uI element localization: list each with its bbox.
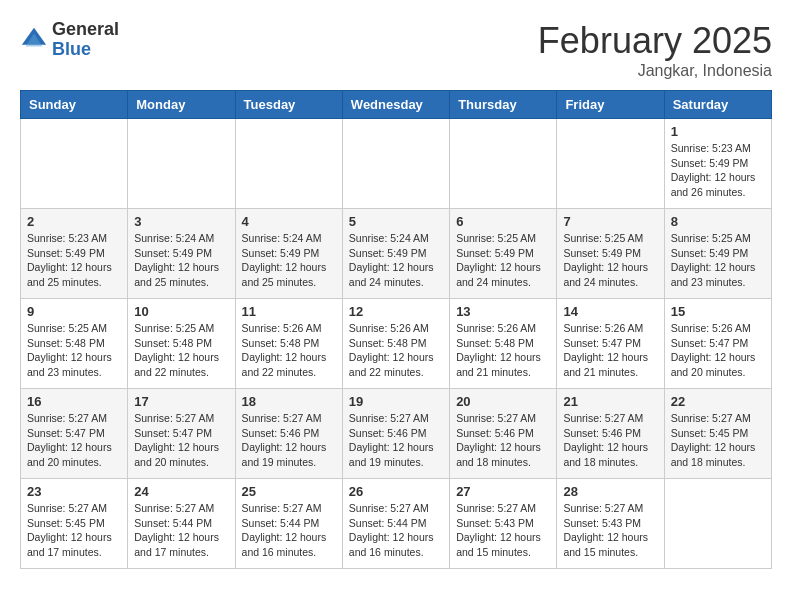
day-info: Sunrise: 5:27 AM Sunset: 5:46 PM Dayligh…	[563, 411, 657, 470]
calendar-cell	[664, 479, 771, 569]
calendar-cell	[128, 119, 235, 209]
day-info: Sunrise: 5:25 AM Sunset: 5:49 PM Dayligh…	[563, 231, 657, 290]
calendar-week-2: 2Sunrise: 5:23 AM Sunset: 5:49 PM Daylig…	[21, 209, 772, 299]
day-number: 24	[134, 484, 228, 499]
day-number: 28	[563, 484, 657, 499]
day-info: Sunrise: 5:24 AM Sunset: 5:49 PM Dayligh…	[242, 231, 336, 290]
calendar-cell: 4Sunrise: 5:24 AM Sunset: 5:49 PM Daylig…	[235, 209, 342, 299]
day-number: 11	[242, 304, 336, 319]
calendar-week-4: 16Sunrise: 5:27 AM Sunset: 5:47 PM Dayli…	[21, 389, 772, 479]
day-number: 17	[134, 394, 228, 409]
day-number: 23	[27, 484, 121, 499]
calendar-cell: 8Sunrise: 5:25 AM Sunset: 5:49 PM Daylig…	[664, 209, 771, 299]
day-info: Sunrise: 5:26 AM Sunset: 5:47 PM Dayligh…	[671, 321, 765, 380]
calendar-cell: 26Sunrise: 5:27 AM Sunset: 5:44 PM Dayli…	[342, 479, 449, 569]
day-info: Sunrise: 5:24 AM Sunset: 5:49 PM Dayligh…	[349, 231, 443, 290]
logo: General Blue	[20, 20, 119, 60]
day-number: 10	[134, 304, 228, 319]
calendar-cell: 10Sunrise: 5:25 AM Sunset: 5:48 PM Dayli…	[128, 299, 235, 389]
day-number: 25	[242, 484, 336, 499]
calendar-cell: 3Sunrise: 5:24 AM Sunset: 5:49 PM Daylig…	[128, 209, 235, 299]
day-number: 19	[349, 394, 443, 409]
calendar-cell: 15Sunrise: 5:26 AM Sunset: 5:47 PM Dayli…	[664, 299, 771, 389]
calendar-cell: 19Sunrise: 5:27 AM Sunset: 5:46 PM Dayli…	[342, 389, 449, 479]
day-info: Sunrise: 5:27 AM Sunset: 5:47 PM Dayligh…	[27, 411, 121, 470]
day-number: 6	[456, 214, 550, 229]
calendar-cell: 2Sunrise: 5:23 AM Sunset: 5:49 PM Daylig…	[21, 209, 128, 299]
calendar-cell: 1Sunrise: 5:23 AM Sunset: 5:49 PM Daylig…	[664, 119, 771, 209]
calendar-cell: 5Sunrise: 5:24 AM Sunset: 5:49 PM Daylig…	[342, 209, 449, 299]
day-number: 22	[671, 394, 765, 409]
logo-general: General	[52, 19, 119, 39]
day-number: 27	[456, 484, 550, 499]
calendar-cell: 22Sunrise: 5:27 AM Sunset: 5:45 PM Dayli…	[664, 389, 771, 479]
day-info: Sunrise: 5:27 AM Sunset: 5:44 PM Dayligh…	[349, 501, 443, 560]
day-info: Sunrise: 5:27 AM Sunset: 5:43 PM Dayligh…	[456, 501, 550, 560]
calendar-cell: 18Sunrise: 5:27 AM Sunset: 5:46 PM Dayli…	[235, 389, 342, 479]
day-info: Sunrise: 5:27 AM Sunset: 5:46 PM Dayligh…	[349, 411, 443, 470]
calendar-cell	[21, 119, 128, 209]
calendar-cell: 14Sunrise: 5:26 AM Sunset: 5:47 PM Dayli…	[557, 299, 664, 389]
day-info: Sunrise: 5:27 AM Sunset: 5:46 PM Dayligh…	[456, 411, 550, 470]
day-header-monday: Monday	[128, 91, 235, 119]
day-number: 16	[27, 394, 121, 409]
day-info: Sunrise: 5:25 AM Sunset: 5:49 PM Dayligh…	[671, 231, 765, 290]
calendar-week-5: 23Sunrise: 5:27 AM Sunset: 5:45 PM Dayli…	[21, 479, 772, 569]
day-info: Sunrise: 5:27 AM Sunset: 5:44 PM Dayligh…	[134, 501, 228, 560]
day-info: Sunrise: 5:27 AM Sunset: 5:43 PM Dayligh…	[563, 501, 657, 560]
day-header-sunday: Sunday	[21, 91, 128, 119]
location-subtitle: Jangkar, Indonesia	[538, 62, 772, 80]
calendar-cell: 25Sunrise: 5:27 AM Sunset: 5:44 PM Dayli…	[235, 479, 342, 569]
day-number: 26	[349, 484, 443, 499]
calendar-cell: 27Sunrise: 5:27 AM Sunset: 5:43 PM Dayli…	[450, 479, 557, 569]
day-info: Sunrise: 5:27 AM Sunset: 5:45 PM Dayligh…	[27, 501, 121, 560]
calendar-cell	[342, 119, 449, 209]
calendar-week-3: 9Sunrise: 5:25 AM Sunset: 5:48 PM Daylig…	[21, 299, 772, 389]
day-number: 14	[563, 304, 657, 319]
day-info: Sunrise: 5:25 AM Sunset: 5:48 PM Dayligh…	[134, 321, 228, 380]
month-title: February 2025	[538, 20, 772, 62]
calendar-cell: 21Sunrise: 5:27 AM Sunset: 5:46 PM Dayli…	[557, 389, 664, 479]
day-number: 20	[456, 394, 550, 409]
day-info: Sunrise: 5:26 AM Sunset: 5:48 PM Dayligh…	[349, 321, 443, 380]
day-info: Sunrise: 5:24 AM Sunset: 5:49 PM Dayligh…	[134, 231, 228, 290]
day-header-thursday: Thursday	[450, 91, 557, 119]
day-number: 4	[242, 214, 336, 229]
logo-blue: Blue	[52, 39, 91, 59]
calendar-cell: 13Sunrise: 5:26 AM Sunset: 5:48 PM Dayli…	[450, 299, 557, 389]
day-number: 13	[456, 304, 550, 319]
day-number: 9	[27, 304, 121, 319]
day-info: Sunrise: 5:27 AM Sunset: 5:46 PM Dayligh…	[242, 411, 336, 470]
day-info: Sunrise: 5:26 AM Sunset: 5:48 PM Dayligh…	[456, 321, 550, 380]
calendar-cell: 24Sunrise: 5:27 AM Sunset: 5:44 PM Dayli…	[128, 479, 235, 569]
calendar-cell: 9Sunrise: 5:25 AM Sunset: 5:48 PM Daylig…	[21, 299, 128, 389]
day-info: Sunrise: 5:26 AM Sunset: 5:47 PM Dayligh…	[563, 321, 657, 380]
calendar-cell	[450, 119, 557, 209]
calendar-cell: 12Sunrise: 5:26 AM Sunset: 5:48 PM Dayli…	[342, 299, 449, 389]
calendar-cell: 23Sunrise: 5:27 AM Sunset: 5:45 PM Dayli…	[21, 479, 128, 569]
day-info: Sunrise: 5:27 AM Sunset: 5:44 PM Dayligh…	[242, 501, 336, 560]
day-number: 7	[563, 214, 657, 229]
day-header-tuesday: Tuesday	[235, 91, 342, 119]
calendar-header-row: SundayMondayTuesdayWednesdayThursdayFrid…	[21, 91, 772, 119]
day-number: 18	[242, 394, 336, 409]
day-number: 1	[671, 124, 765, 139]
calendar-cell	[557, 119, 664, 209]
logo-text: General Blue	[52, 20, 119, 60]
day-number: 2	[27, 214, 121, 229]
calendar-table: SundayMondayTuesdayWednesdayThursdayFrid…	[20, 90, 772, 569]
day-header-wednesday: Wednesday	[342, 91, 449, 119]
calendar-cell: 11Sunrise: 5:26 AM Sunset: 5:48 PM Dayli…	[235, 299, 342, 389]
day-info: Sunrise: 5:25 AM Sunset: 5:48 PM Dayligh…	[27, 321, 121, 380]
day-info: Sunrise: 5:26 AM Sunset: 5:48 PM Dayligh…	[242, 321, 336, 380]
day-info: Sunrise: 5:27 AM Sunset: 5:47 PM Dayligh…	[134, 411, 228, 470]
day-info: Sunrise: 5:23 AM Sunset: 5:49 PM Dayligh…	[671, 141, 765, 200]
page-header: General Blue February 2025 Jangkar, Indo…	[20, 20, 772, 80]
day-number: 21	[563, 394, 657, 409]
calendar-cell: 20Sunrise: 5:27 AM Sunset: 5:46 PM Dayli…	[450, 389, 557, 479]
logo-icon	[20, 26, 48, 54]
calendar-cell: 17Sunrise: 5:27 AM Sunset: 5:47 PM Dayli…	[128, 389, 235, 479]
day-number: 15	[671, 304, 765, 319]
day-header-saturday: Saturday	[664, 91, 771, 119]
day-number: 3	[134, 214, 228, 229]
